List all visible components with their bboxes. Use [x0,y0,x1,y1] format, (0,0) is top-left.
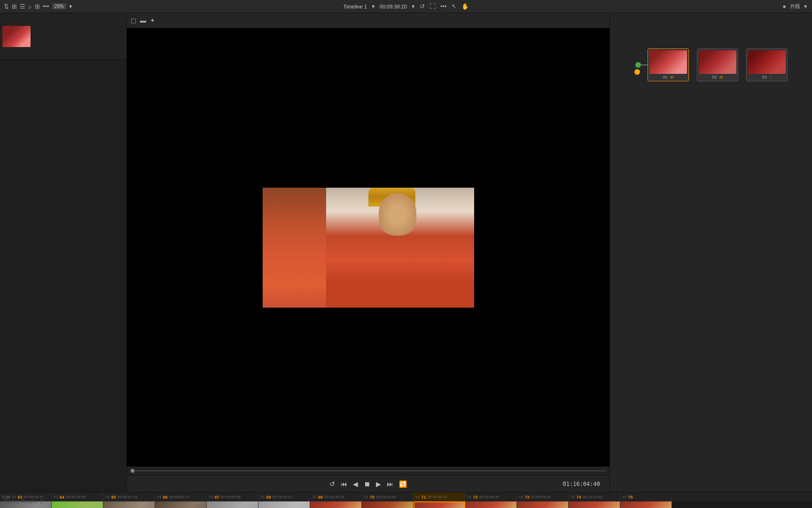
zoom-level[interactable]: 29% [52,3,66,9]
preview-toolbar: ▢ ▬ ✦ [127,13,609,28]
list-icon[interactable]: ☰ [20,3,25,10]
video-preview [263,188,474,308]
tl-header-68: V16800:09:18:12 [258,492,310,501]
step-back-btn[interactable]: ⏮ [341,480,347,488]
center-panel: ▢ ▬ ✦ ↺ ⏮ ◀ ⏹ ▶ ⏭ 🔁 [127,13,610,492]
tl-thumb-71[interactable] [414,501,465,508]
dot-icon: ● [782,3,786,10]
timeline-header: 7:34V16300:08:16:40 V16400:08:28:40 V165… [0,492,812,501]
face [379,193,416,236]
tl-img-75 [620,501,671,508]
node-editor-panel: 01 m 02 m 03 ○ [610,13,812,492]
loop-btn[interactable]: ↺ [329,480,335,488]
main-layout: ▢ ▬ ✦ ↺ ⏮ ◀ ⏹ ▶ ⏭ 🔁 [0,13,812,492]
node-02-image [699,50,736,74]
fullscreen-icon[interactable]: ⛶ [429,3,436,10]
grid-icon[interactable]: ⊞ [12,3,17,10]
tl-img-72 [465,501,516,508]
tl-thumb-68[interactable] [258,501,310,508]
media-thumbnail[interactable] [2,26,31,47]
tl-thumb-75[interactable] [620,501,672,508]
cinema-view-icon[interactable]: ▬ [140,17,146,24]
timecode-dropdown-icon[interactable]: ▾ [412,3,415,10]
tl-thumb-64[interactable] [52,501,103,508]
tl-thumb-69[interactable] [310,501,362,508]
play-btn[interactable]: ▶ [376,480,381,488]
node-02-label: 02 m [699,75,736,79]
tl-thumb-70[interactable] [362,501,414,508]
app-title: DaVinci Resolve 17 [4,499,45,504]
tl-img-71 [414,502,464,508]
waveform-icon[interactable]: ⊞ [35,3,40,10]
timeline-strip: 7:34V16300:08:16:40 V16400:08:28:40 V165… [0,492,812,508]
tl-img-70 [362,501,413,508]
timecode-bar [127,467,609,475]
top-bar-right: ● 片段 ▾ [782,3,807,10]
segment-dropdown-icon[interactable]: ▾ [804,3,807,10]
progress-dot[interactable] [131,469,134,473]
step-forward-btn[interactable]: ⏭ [387,480,393,488]
tl-thumb-67[interactable] [207,501,258,508]
tl-img-64 [52,501,103,508]
thumb-image [2,26,31,47]
tl-header-69: V16900:09:28:16 [310,492,362,501]
video-background [263,188,474,308]
tl-thumb-66[interactable] [155,501,207,508]
box-view-icon[interactable]: ▢ [131,17,136,24]
tl-img-74 [569,501,620,508]
loop2-btn[interactable]: 🔁 [399,480,407,488]
svg-point-3 [635,62,641,68]
node-03-label: 03 ○ [748,75,786,79]
sort-icon[interactable]: ⇅ [4,3,9,10]
tl-header-67: V16700:09:08:08 [207,492,258,501]
node-editor: 01 m 02 m 03 ○ [610,13,812,492]
loop-icon[interactable]: ↺ [420,3,425,10]
tl-img-65 [103,501,155,508]
top-timecode: 00:09:38:20 [380,4,407,9]
tl-thumb-72[interactable] [465,501,517,508]
tl-header-70: V17000:09:34:04 [362,492,414,501]
tl-thumb-74[interactable] [569,501,620,508]
tl-header-64: V16400:08:28:40 [52,492,103,501]
tl-header-74: V17400:10:14:20 [569,492,620,501]
top-bar: ⇅ ⊞ ☰ ⌕ ⊞ ••• 29% ▾ Timeline 1 ▾ 00:09:3… [0,0,812,13]
node-02-thumb [699,50,736,74]
svg-point-4 [634,69,640,75]
zoom-dropdown-icon[interactable]: ▾ [69,3,72,10]
node-02[interactable]: 02 m [697,48,738,81]
progress-line[interactable] [131,470,606,471]
node-01-image [649,50,687,74]
timeline-name: Timeline 1 [343,4,367,9]
timeline-thumbs [0,501,812,508]
tl-header-65: V16500:08:40:16 [103,492,155,501]
node-03-thumb [748,50,786,74]
node-03-image [748,50,786,74]
stop-btn[interactable]: ⏹ [364,480,370,488]
node-03[interactable]: 03 ○ [746,48,788,81]
cursor-icon[interactable]: ↖ [452,3,457,10]
timeline-dropdown-icon[interactable]: ▾ [372,3,375,10]
search-icon[interactable]: ⌕ [28,3,32,10]
node-connections [610,13,812,492]
node-01-label: 01 m [649,75,687,79]
tl-img-67 [207,501,258,508]
tl-thumb-65[interactable] [103,501,155,508]
top-bar-left: ⇅ ⊞ ☰ ⌕ ⊞ ••• 29% ▾ [4,3,72,10]
tl-thumb-73[interactable] [517,501,569,508]
node-01[interactable]: 01 m [648,48,689,81]
tl-header-73: V17300:09:59:26 [517,492,569,501]
more-icon[interactable]: ••• [43,3,49,10]
left-panel [0,13,127,492]
hand-icon[interactable]: ✋ [461,3,469,10]
overlay-icon[interactable]: ✦ [150,17,155,24]
top-bar-center: Timeline 1 ▾ 00:09:38:20 ▾ ↺ ⛶ ••• ↖ ✋ [343,3,468,10]
playback-timecode: 01:16:04:40 [563,481,600,487]
preview-area [127,28,609,467]
tl-img-69 [310,501,361,508]
preview-controls: ↺ ⏮ ◀ ⏹ ▶ ⏭ 🔁 01:16:04:40 [127,475,609,492]
segment-label: 片段 [790,3,800,10]
tl-img-68 [258,501,310,508]
tl-header-71[interactable]: V17100:09:38:20 [414,492,465,501]
more2-icon[interactable]: ••• [440,3,447,10]
frame-back-btn[interactable]: ◀ [353,480,358,488]
